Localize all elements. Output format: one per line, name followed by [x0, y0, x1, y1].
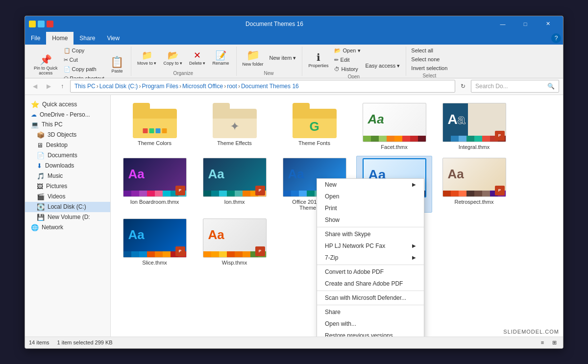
ctx-sep-2: [317, 265, 424, 265]
list-view-button[interactable]: ≡: [538, 338, 547, 347]
properties-button[interactable]: ℹ Properties: [305, 49, 331, 71]
sidebar-item-quick-access[interactable]: ⭐ Quick access: [25, 99, 110, 110]
back-button[interactable]: ◀: [29, 80, 41, 92]
edit-button[interactable]: ✏ Edit: [332, 56, 362, 64]
new-item-button[interactable]: New item ▾: [268, 51, 298, 65]
tab-home[interactable]: Home: [46, 32, 74, 45]
sidebar-item-videos[interactable]: 🎬 Videos: [25, 192, 110, 202]
maximize-button[interactable]: □: [514, 16, 537, 32]
forward-button[interactable]: ▶: [43, 80, 54, 92]
sidebar-item-downloads[interactable]: ⬇ Downloads: [25, 161, 110, 171]
theme-colors-folder-icon: [133, 103, 177, 138]
ion-ppt-badge: P: [255, 186, 265, 195]
file-item-theme-colors[interactable]: Theme Colors: [117, 101, 193, 152]
sidebar-item-local-disk[interactable]: 💽 Local Disk (C:): [25, 202, 110, 212]
path-document-themes[interactable]: Document Themes 16: [241, 83, 299, 90]
file-area: Theme Colors ✦ Theme Effects: [111, 95, 563, 337]
easy-access-button[interactable]: Easy access ▾: [364, 59, 402, 73]
rename-button[interactable]: 📝 Rename: [209, 47, 232, 69]
ctx-7zip[interactable]: 7-Zip ▶: [317, 252, 424, 264]
new-folder-button[interactable]: 📁 New folder: [240, 47, 267, 69]
refresh-button[interactable]: ↻: [457, 80, 469, 92]
sidebar-item-music[interactable]: 🎵 Music: [25, 171, 110, 181]
retrospect-ppt-badge: P: [495, 186, 505, 195]
path-root[interactable]: root: [227, 83, 237, 90]
ctx-scan-defender[interactable]: Scan with Microsoft Defender...: [317, 292, 424, 304]
file-item-ion-boardroom[interactable]: Aa P Ion Boardroom.th: [117, 156, 193, 213]
facet-colors: [363, 136, 426, 142]
new-group: 📁 New folder New item ▾ New: [238, 47, 303, 76]
select-all-button[interactable]: Select all: [409, 47, 435, 54]
cut-button[interactable]: ✂ Cut: [62, 56, 106, 64]
status-item-count: 14 items: [29, 340, 49, 345]
ctx-share-skype[interactable]: Share with Skype: [317, 228, 424, 240]
path-local-disk[interactable]: Local Disk (C:): [99, 83, 138, 90]
copy-path-button[interactable]: 📄 Copy path: [62, 65, 106, 73]
select-none-button[interactable]: Select none: [409, 55, 441, 63]
move-to-button[interactable]: 📁 Move to ▾: [134, 47, 160, 69]
sidebar-item-network[interactable]: 🌐 Network: [25, 222, 110, 233]
ctx-new[interactable]: New ▶: [317, 179, 424, 191]
tab-file[interactable]: File: [25, 32, 46, 45]
watermark: SLIDEMODEL.COM: [503, 329, 559, 335]
pin-to-quick-access-button[interactable]: 📌 Pin to Quickaccess: [31, 54, 61, 75]
minimize-button[interactable]: —: [491, 16, 514, 32]
theme-effects-folder-icon: ✦: [213, 103, 257, 138]
invert-selection-button[interactable]: Invert selection: [409, 64, 449, 72]
ctx-restore-versions[interactable]: Restore previous versions: [317, 330, 424, 337]
ctx-hp-fax[interactable]: HP LJ Network PC Fax ▶: [317, 240, 424, 252]
up-button[interactable]: ↑: [56, 80, 68, 92]
ctx-open-with[interactable]: Open with...: [317, 318, 424, 330]
select-buttons: Select all Select none Invert selection: [409, 47, 449, 72]
address-bar: ◀ ▶ ↑ This PC › Local Disk (C:) › Progra…: [25, 78, 563, 95]
ctx-show[interactable]: Show: [317, 214, 424, 226]
facet-label: Facet.thmx: [381, 144, 407, 150]
sidebar-item-3d-objects[interactable]: 📦 3D Objects: [25, 130, 110, 140]
ion-boardroom-ppt-badge: P: [175, 186, 185, 195]
ribbon: File Home Share View ? 📌 Pin to Quickacc…: [25, 32, 563, 78]
ctx-create-share-adobe[interactable]: Create and Share Adobe PDF: [317, 278, 424, 290]
file-item-theme-effects[interactable]: ✦ Theme Effects: [196, 101, 272, 152]
file-item-retrospect[interactable]: Aa P Retrospect.thmx: [436, 156, 512, 213]
file-item-integral[interactable]: Aa P Int: [436, 101, 512, 152]
grid-view-button[interactable]: ⊞: [549, 338, 559, 347]
open-group: ℹ Properties 📂 Open ▾ ✏ Edit ⏱ History E…: [303, 47, 406, 76]
file-item-slice[interactable]: Aa P Slice.thmx: [117, 217, 193, 267]
history-button[interactable]: ⏱ History: [332, 65, 362, 73]
file-item-theme-fonts[interactable]: G Theme Fonts: [276, 101, 352, 152]
ctx-print[interactable]: Print: [317, 202, 424, 214]
help-button[interactable]: ?: [551, 33, 561, 43]
ion-boardroom-label: Ion Boardroom.thmx: [130, 199, 179, 205]
tab-view[interactable]: View: [101, 32, 125, 45]
paste-button[interactable]: 📋 Paste: [107, 53, 127, 76]
search-box[interactable]: Search Do... 🔍: [471, 80, 559, 93]
path-this-pc[interactable]: This PC: [74, 83, 96, 90]
file-item-ion[interactable]: Aa P Ion.thmx: [196, 156, 272, 213]
sidebar-item-onedrive[interactable]: ☁ OneDrive - Perso...: [25, 110, 110, 120]
tab-share[interactable]: Share: [74, 32, 101, 45]
delete-button[interactable]: ✕ Delete ▾: [186, 47, 209, 69]
path-microsoft-office[interactable]: Microsoft Office: [182, 83, 223, 90]
ctx-share[interactable]: Share: [317, 306, 424, 318]
file-item-facet[interactable]: Aa Facet.thmx: [356, 101, 432, 152]
copy-button[interactable]: 📋 Copy: [62, 47, 106, 55]
file-item-wisp[interactable]: Aa P Wisp.thmx: [196, 217, 272, 267]
path-program-files[interactable]: Program Files: [142, 83, 178, 90]
sidebar-item-pictures[interactable]: 🖼 Pictures: [25, 181, 110, 192]
sidebar-item-new-volume[interactable]: 💾 New Volume (D:: [25, 212, 110, 222]
sidebar-item-this-pc[interactable]: 💻 This PC: [25, 120, 110, 130]
ctx-convert-adobe[interactable]: Convert to Adobe PDF: [317, 266, 424, 278]
address-path[interactable]: This PC › Local Disk (C:) › Program File…: [70, 80, 455, 93]
sidebar-item-documents[interactable]: 📄 Documents: [25, 150, 110, 161]
sidebar: ⭐ Quick access ☁ OneDrive - Perso... 💻 T…: [25, 95, 111, 337]
open-dropdown-button[interactable]: 📂 Open ▾: [332, 47, 362, 55]
integral-ppt-badge: P: [495, 131, 505, 141]
organize-label: Organize: [134, 70, 232, 76]
ctx-sep-1: [317, 227, 424, 227]
theme-effects-label: Theme Effects: [217, 140, 252, 146]
ion-label: Ion.thmx: [224, 199, 245, 205]
close-button[interactable]: ✕: [537, 16, 559, 32]
copy-to-button[interactable]: 📂 Copy to ▾: [160, 47, 185, 69]
sidebar-item-desktop[interactable]: 🖥 Desktop: [25, 140, 110, 150]
ctx-open[interactable]: Open: [317, 191, 424, 202]
